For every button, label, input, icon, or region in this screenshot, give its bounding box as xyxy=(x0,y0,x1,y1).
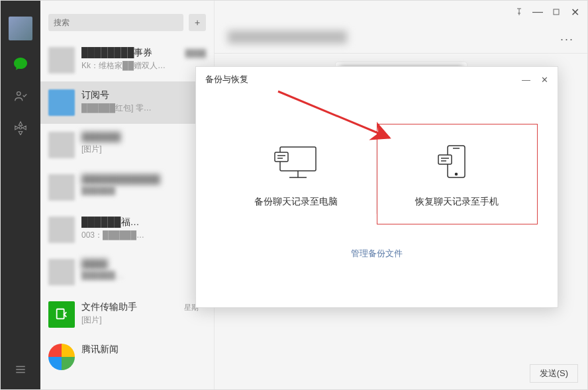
phone-icon xyxy=(433,143,481,183)
chat-item[interactable]: 文件传输助手星期一 [图片] xyxy=(40,293,214,336)
chat-name: 腾讯新闻 xyxy=(81,344,119,356)
chat-preview: ██████ xyxy=(81,186,206,195)
pin-icon[interactable] xyxy=(514,7,524,17)
chat-avatar xyxy=(48,259,75,285)
restore-to-phone-option[interactable]: 恢复聊天记录至手机 xyxy=(377,124,538,224)
chat-time: ████ xyxy=(185,49,206,57)
minimize-icon[interactable]: — xyxy=(533,7,542,17)
chat-icon[interactable] xyxy=(13,56,28,72)
chat-preview: Kk：维格家██赠双人… xyxy=(81,60,206,72)
chat-name: ████████████ xyxy=(81,174,160,185)
send-button[interactable]: 发送(S) xyxy=(530,364,578,383)
chat-avatar xyxy=(48,89,75,116)
maximize-icon[interactable] xyxy=(552,7,561,17)
conversation-title xyxy=(228,30,347,44)
chat-avatar xyxy=(48,217,75,243)
chat-preview: 003：██████… xyxy=(81,230,206,241)
chat-item[interactable]: ████████事券████ Kk：维格家██赠双人… xyxy=(40,39,214,81)
contacts-icon[interactable] xyxy=(13,88,28,104)
chat-name: 文件传输助手 xyxy=(81,301,137,313)
chat-avatar xyxy=(48,344,75,370)
chat-name: ██████ xyxy=(81,132,121,142)
dialog-minimize-icon[interactable]: — xyxy=(522,75,530,85)
close-icon[interactable]: ✕ xyxy=(570,7,579,17)
window-titlebar: — ✕ xyxy=(215,1,587,23)
chat-avatar xyxy=(48,174,75,201)
chat-item[interactable]: 订阅号 ██████红包] 零… xyxy=(40,81,214,124)
conversation-header: ... xyxy=(215,23,587,54)
svg-point-1 xyxy=(19,126,22,129)
chat-preview: [图片] xyxy=(81,144,206,155)
chat-name: ████████事券 xyxy=(81,47,152,59)
svg-rect-6 xyxy=(554,9,559,15)
search-input[interactable] xyxy=(48,14,183,31)
svg-rect-10 xyxy=(275,152,288,162)
svg-point-14 xyxy=(456,173,458,175)
chat-name: 订阅号 xyxy=(81,89,109,101)
more-icon[interactable]: ... xyxy=(560,30,574,44)
chat-item[interactable]: 腾讯新闻 xyxy=(40,336,214,378)
chat-item[interactable]: ████████████ ██████ xyxy=(40,166,214,209)
chat-preview: ██████红包] 零… xyxy=(81,103,206,114)
manage-backup-link[interactable]: 管理备份文件 xyxy=(351,248,403,258)
menu-icon[interactable] xyxy=(13,362,28,377)
chat-item[interactable]: ██████福… 003：██████… xyxy=(40,209,214,251)
chat-list: ████████事券████ Kk：维格家██赠双人… 订阅号 ██████红包… xyxy=(40,39,214,389)
svg-rect-5 xyxy=(57,309,64,319)
chat-avatar xyxy=(48,47,75,73)
chat-avatar xyxy=(48,132,75,158)
dialog-close-icon[interactable]: ✕ xyxy=(541,75,548,85)
computer-icon xyxy=(272,143,320,183)
backup-restore-dialog: 备份与恢复 — ✕ 备份聊天记录至电脑 xyxy=(195,66,558,308)
chat-preview: ██████… xyxy=(81,271,206,280)
svg-point-0 xyxy=(17,92,21,96)
chat-list-panel: + ████████事券████ Kk：维格家██赠双人… 订阅号 ██████… xyxy=(40,1,215,389)
chat-avatar xyxy=(48,301,75,328)
self-avatar[interactable] xyxy=(9,17,32,40)
nav-sidebar xyxy=(1,1,40,389)
favorites-icon[interactable] xyxy=(13,120,28,136)
chat-item[interactable]: ██████ [图片] xyxy=(40,124,214,166)
chat-name: ██████福… xyxy=(81,217,140,228)
add-button[interactable]: + xyxy=(189,14,206,31)
option-label: 备份聊天记录至电脑 xyxy=(254,196,338,208)
dialog-title: 备份与恢复 xyxy=(205,73,248,85)
backup-to-computer-option[interactable]: 备份聊天记录至电脑 xyxy=(216,124,376,224)
svg-rect-16 xyxy=(438,155,452,164)
option-label: 恢复聊天记录至手机 xyxy=(415,196,499,208)
chat-name: ████ xyxy=(81,259,108,269)
chat-item[interactable]: ████ ██████… xyxy=(40,251,214,293)
chat-preview: [图片] xyxy=(81,315,206,326)
